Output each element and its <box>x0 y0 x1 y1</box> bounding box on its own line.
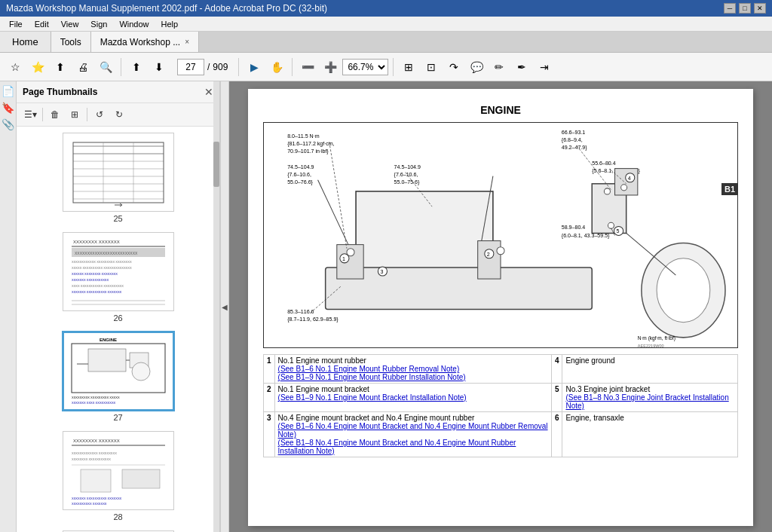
svg-text:55.6–80.4: 55.6–80.4 <box>592 161 615 166</box>
svg-point-85 <box>608 222 614 228</box>
part-num-4: 4 <box>551 355 562 384</box>
panel-close-button[interactable]: ✕ <box>204 86 213 98</box>
print-button[interactable]: 🖨 <box>72 57 93 78</box>
svg-rect-76 <box>326 268 593 310</box>
collapse-panel-handle[interactable]: ◀ <box>220 81 229 532</box>
thumb-img-27: ENGINE XXXXXXXXX XXXXXXXXX XXXXX XXXXXXX… <box>63 332 174 411</box>
zoom-in-button[interactable]: ➕ <box>320 57 341 78</box>
prev-page-button[interactable]: ⬆ <box>126 57 147 78</box>
create-button[interactable]: ☆ <box>5 57 26 78</box>
toolbar-separator-1 <box>121 58 121 76</box>
svg-point-97 <box>657 258 710 323</box>
menu-view[interactable]: View <box>55 18 85 30</box>
panel-delete-button[interactable]: 🗑 <box>46 106 64 123</box>
engine-diagram: 8.0–11.5 N·m {81.6–117.2 kgf·cm, 70.9–10… <box>263 122 738 348</box>
share-button[interactable]: ⇥ <box>534 57 555 78</box>
attachment-icon[interactable]: 📎 <box>2 118 15 131</box>
panel-rotate-ccw-button[interactable]: ↺ <box>90 106 109 123</box>
zoom-out-button[interactable]: ➖ <box>297 57 318 78</box>
engine-title: ENGINE <box>263 104 738 116</box>
pdf-page: ENGINE 8.0–11.5 N·m {81.6–117.2 kgf·cm, … <box>248 89 753 526</box>
thumbnail-list[interactable]: 25 XXXXXXXX XXXXXXX XXXXXXXXXXXXXXXXXXXX… <box>17 127 219 532</box>
comment-button[interactable]: 💬 <box>466 57 487 78</box>
select-tool-button[interactable]: ▶ <box>244 57 265 78</box>
left-sidebar-icons: 📄 🔖 📎 <box>0 81 17 532</box>
part-desc-3: No.4 Engine mount bracket and No.4 Engin… <box>274 412 551 457</box>
bookmark-button[interactable]: ⭐ <box>27 57 48 78</box>
bookmark-side-icon[interactable]: 🔖 <box>2 101 15 115</box>
total-pages: 909 <box>213 62 228 72</box>
menu-edit[interactable]: Edit <box>29 18 55 30</box>
tab-tools[interactable]: Tools <box>51 32 91 52</box>
svg-text:55.0–76.6}: 55.0–76.6} <box>287 179 313 185</box>
tab-document[interactable]: Mazda Workshop ... × <box>91 32 199 52</box>
tab-home[interactable]: Home <box>0 32 51 52</box>
svg-text:XXXXXXXXX XXXXXXXXX XXXXX: XXXXXXXXX XXXXXXXXX XXXXX <box>72 396 120 399</box>
highlight-button[interactable]: ✏ <box>489 57 510 78</box>
svg-text:74.5–104.9: 74.5–104.9 <box>394 164 421 170</box>
thumb-img-25 <box>63 133 174 212</box>
maximize-button[interactable]: □ <box>739 3 751 14</box>
page-icon[interactable]: 📄 <box>2 84 15 98</box>
part-desc-2: No.1 Engine mount bracket (See B1–9 No.1… <box>274 384 551 412</box>
upload-button[interactable]: ⬆ <box>50 57 71 78</box>
svg-text:74.5–104.9: 74.5–104.9 <box>287 164 314 170</box>
page-input[interactable]: 27 <box>177 59 204 75</box>
svg-text:58.9–80.4: 58.9–80.4 <box>562 225 585 230</box>
zoom-select[interactable]: 66.7% 50% 75% 100% 125% 150% <box>342 59 388 75</box>
svg-text:55.0–75.6}: 55.0–75.6} <box>394 179 420 185</box>
rotate-cw-button[interactable]: ↷ <box>443 57 464 78</box>
menu-window[interactable]: Window <box>113 18 155 30</box>
minimize-button[interactable]: ─ <box>724 3 736 14</box>
fit-page-button[interactable]: ⊡ <box>421 57 442 78</box>
next-page-button[interactable]: ⬇ <box>149 57 170 78</box>
part-desc-4: Engine ground <box>562 355 738 384</box>
hand-tool-button[interactable]: ✋ <box>266 57 287 78</box>
tab-close-button[interactable]: × <box>185 38 189 46</box>
part-num-1: 1 <box>264 355 275 384</box>
scroll-indicator <box>213 81 219 532</box>
close-button[interactable]: ✕ <box>754 3 766 14</box>
menu-help[interactable]: Help <box>155 18 185 30</box>
marquee-zoom-button[interactable]: ⊞ <box>398 57 419 78</box>
thumbnail-page-27[interactable]: ENGINE XXXXXXXXX XXXXXXXXX XXXXX XXXXXXX… <box>23 332 213 422</box>
title-bar: Mazda Workshop Manual Supplement 2002.pd… <box>0 0 772 17</box>
svg-point-82 <box>497 247 504 255</box>
thumb-label-28: 28 <box>113 512 122 521</box>
panel-options-button[interactable]: ☰▾ <box>21 106 39 123</box>
svg-text:ENGINE: ENGINE <box>100 338 117 342</box>
svg-text:5: 5 <box>617 228 620 234</box>
thumbnail-page-26[interactable]: XXXXXXXX XXXXXXX XXXXXXXXXXXXXXXXXXXXXXX… <box>23 232 213 323</box>
svg-text:3: 3 <box>380 269 383 274</box>
svg-rect-45 <box>122 469 160 488</box>
title-text: Mazda Workshop Manual Supplement 2002.pd… <box>6 3 327 14</box>
svg-text:{8.7–11.9, 62.9–85.9}: {8.7–11.9, 62.9–85.9} <box>287 316 339 323</box>
b1-badge: B1 <box>721 183 738 195</box>
part-num-2: 2 <box>264 384 275 412</box>
svg-text:{7.6–10.6,: {7.6–10.6, <box>287 172 311 178</box>
svg-text:XXXXXXXXXXXXXXXXXXXXXXXXX: XXXXXXXXXXXXXXXXXXXXXXXXX <box>75 251 138 255</box>
svg-text:49.2–47.9}: 49.2–47.9} <box>562 145 587 151</box>
tool3-button[interactable]: ✒ <box>511 57 532 78</box>
panel-extract-button[interactable]: ⊞ <box>66 106 84 123</box>
pdf-area[interactable]: ENGINE 8.0–11.5 N·m {81.6–117.2 kgf·cm, … <box>229 81 772 532</box>
svg-line-98 <box>318 180 348 245</box>
thumb-label-26: 26 <box>113 313 122 323</box>
svg-text:N·m (kgf·m, ft·lbf): N·m (kgf·m, ft·lbf) <box>638 335 676 341</box>
svg-text:AEE2219W00: AEE2219W00 <box>638 344 664 347</box>
menu-file[interactable]: File <box>3 18 29 30</box>
thumbnail-page-28[interactable]: XXXXXXXX XXXXXXX XXXXXXXXXXXXX XXXXXXXXX… <box>23 431 213 521</box>
panel-rotate-cw-button[interactable]: ↻ <box>110 106 128 123</box>
search-button[interactable]: 🔍 <box>95 57 116 78</box>
svg-point-33 <box>132 362 150 381</box>
svg-rect-44 <box>81 469 111 492</box>
svg-text:XXXX XXXXXXXXXXX XXXXXXXXXX: XXXX XXXXXXXXXXX XXXXXXXXXX <box>72 284 124 288</box>
thumbnail-page-25[interactable]: 25 <box>23 133 213 223</box>
scroll-thumb[interactable] <box>213 142 219 187</box>
menu-sign[interactable]: Sign <box>84 18 113 30</box>
svg-rect-80 <box>615 169 638 195</box>
svg-text:66.6–93.1: 66.6–93.1 <box>562 130 585 135</box>
svg-text:XXXXXXXX XXXXXXX: XXXXXXXX XXXXXXX <box>73 240 120 244</box>
svg-text:70.9–101.7 in·lbf}: 70.9–101.7 in·lbf} <box>287 148 329 154</box>
part-desc-1: No.1 Engine mount rubber (See B1–6 No.1 … <box>274 355 551 384</box>
